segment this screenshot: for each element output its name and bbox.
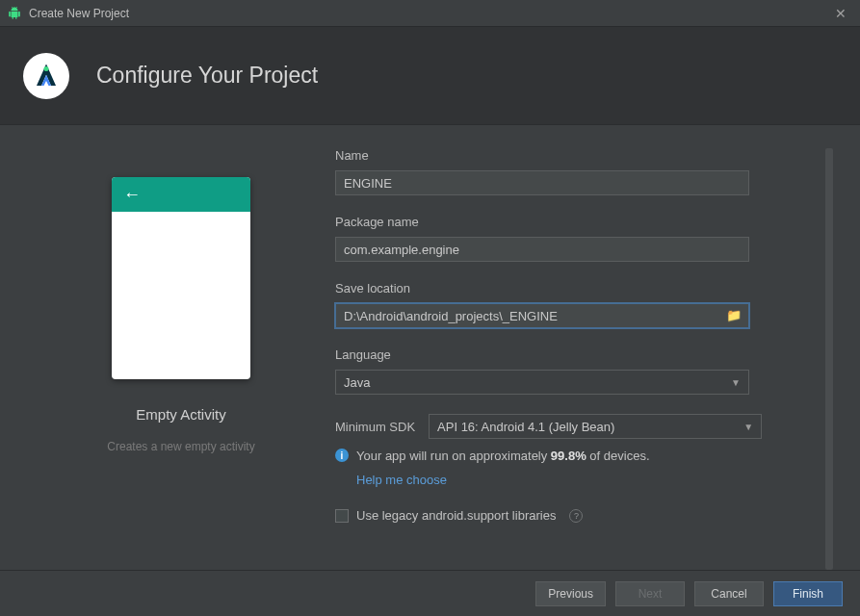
- package-label: Package name: [335, 215, 823, 229]
- language-value: Java: [344, 375, 370, 390]
- window-title: Create New Project: [29, 7, 829, 20]
- help-icon[interactable]: ?: [569, 509, 583, 523]
- close-icon[interactable]: ✕: [829, 6, 852, 21]
- package-group: Package name: [335, 215, 823, 262]
- package-input[interactable]: [335, 237, 749, 262]
- sdk-group: Minimum SDK API 16: Android 4.1 (Jelly B…: [335, 414, 823, 487]
- legacy-libs-row: Use legacy android.support libraries ?: [335, 508, 823, 523]
- android-studio-logo: [23, 53, 69, 99]
- cancel-button[interactable]: Cancel: [694, 581, 764, 606]
- sdk-value: API 16: Android 4.1 (Jelly Bean): [437, 420, 614, 434]
- template-name: Empty Activity: [136, 406, 225, 423]
- location-input[interactable]: [335, 303, 749, 328]
- language-group: Language Java ▼: [335, 347, 823, 395]
- name-input[interactable]: [335, 170, 749, 195]
- wizard-body: ← Empty Activity Creates a new empty act…: [0, 125, 860, 570]
- chevron-down-icon: ▼: [731, 377, 741, 388]
- template-preview-column: ← Empty Activity Creates a new empty act…: [27, 148, 335, 570]
- location-group: Save location 📁: [335, 281, 823, 328]
- previous-button[interactable]: Previous: [535, 581, 606, 606]
- wizard-footer: Previous Next Cancel Finish: [0, 570, 860, 616]
- legacy-libs-label: Use legacy android.support libraries: [356, 508, 556, 523]
- language-label: Language: [335, 347, 823, 362]
- language-select[interactable]: Java ▼: [335, 370, 749, 395]
- finish-button[interactable]: Finish: [773, 581, 843, 606]
- info-icon: i: [335, 449, 349, 462]
- template-description: Creates a new empty activity: [107, 440, 254, 453]
- next-button: Next: [615, 581, 685, 606]
- sdk-info-text: Your app will run on approximately 99.8%…: [356, 449, 650, 463]
- scrollbar[interactable]: [825, 148, 833, 570]
- page-title: Configure Your Project: [96, 63, 318, 89]
- browse-folder-icon[interactable]: 📁: [726, 308, 742, 322]
- location-label: Save location: [335, 281, 823, 295]
- sdk-select[interactable]: API 16: Android 4.1 (Jelly Bean) ▼: [429, 414, 762, 439]
- help-me-choose-link[interactable]: Help me choose: [356, 473, 447, 487]
- sdk-label: Minimum SDK: [335, 420, 415, 434]
- back-arrow-icon: ←: [123, 185, 141, 205]
- name-label: Name: [335, 148, 823, 163]
- title-bar: Create New Project ✕: [0, 0, 860, 27]
- phone-preview: ←: [112, 177, 250, 379]
- sdk-info-row: i Your app will run on approximately 99.…: [335, 449, 823, 463]
- android-logo-icon: [8, 6, 21, 21]
- form-column: Name Package name Save location 📁 Langua…: [335, 148, 833, 570]
- name-group: Name: [335, 148, 823, 195]
- chevron-down-icon: ▼: [743, 422, 753, 432]
- preview-appbar: ←: [112, 177, 250, 212]
- svg-point-0: [44, 66, 49, 71]
- wizard-header: Configure Your Project: [0, 27, 860, 125]
- legacy-libs-checkbox[interactable]: [335, 509, 349, 523]
